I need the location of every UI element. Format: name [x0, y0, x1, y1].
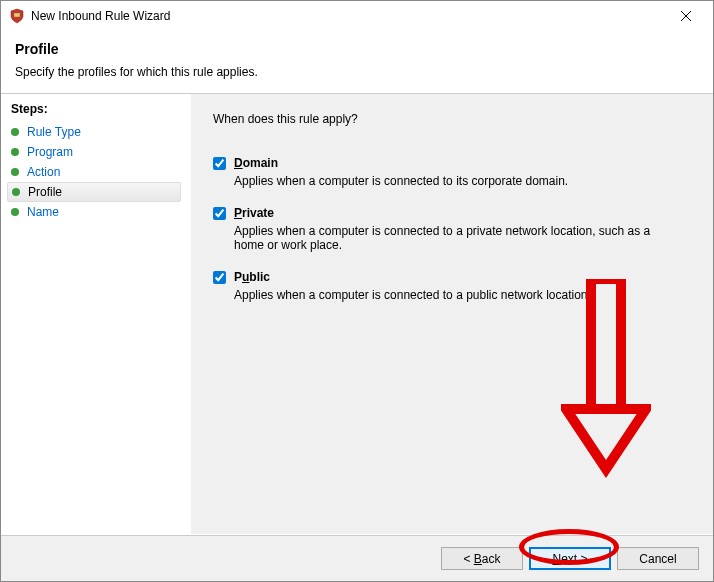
- option-domain: Domain: [213, 156, 691, 170]
- option-private: Private: [213, 206, 691, 220]
- checkbox-private[interactable]: [213, 207, 226, 220]
- step-bullet-icon: [11, 128, 19, 136]
- desc-domain: Applies when a computer is connected to …: [234, 174, 654, 188]
- cancel-button[interactable]: Cancel: [617, 547, 699, 570]
- desc-private: Applies when a computer is connected to …: [234, 224, 654, 252]
- titlebar: New Inbound Rule Wizard: [1, 1, 713, 31]
- option-public: Public: [213, 270, 691, 284]
- svg-rect-0: [14, 13, 20, 17]
- step-name[interactable]: Name: [11, 202, 181, 222]
- question-text: When does this rule apply?: [213, 112, 691, 126]
- label-public[interactable]: Public: [234, 270, 270, 284]
- close-icon: [681, 11, 691, 21]
- back-button[interactable]: < Back: [441, 547, 523, 570]
- steps-sidebar: Steps: Rule TypeProgramActionProfileName: [1, 94, 191, 534]
- checkbox-public[interactable]: [213, 271, 226, 284]
- app-icon: [9, 8, 25, 24]
- steps-heading: Steps:: [11, 102, 181, 116]
- next-button[interactable]: Next >: [529, 547, 611, 570]
- content-panel: When does this rule apply? DomainApplies…: [191, 94, 713, 534]
- wizard-header: Profile Specify the profiles for which t…: [1, 31, 713, 93]
- close-button[interactable]: [667, 2, 705, 30]
- step-label: Program: [27, 145, 73, 159]
- step-bullet-icon: [11, 208, 19, 216]
- step-program[interactable]: Program: [11, 142, 181, 162]
- desc-public: Applies when a computer is connected to …: [234, 288, 654, 302]
- step-label: Name: [27, 205, 59, 219]
- step-label: Action: [27, 165, 60, 179]
- label-private[interactable]: Private: [234, 206, 274, 220]
- step-bullet-icon: [11, 148, 19, 156]
- window-title: New Inbound Rule Wizard: [31, 9, 667, 23]
- label-domain[interactable]: Domain: [234, 156, 278, 170]
- footer-bar: < Back Next > Cancel: [1, 535, 713, 581]
- step-bullet-icon: [11, 168, 19, 176]
- page-subtitle: Specify the profiles for which this rule…: [15, 65, 699, 79]
- page-title: Profile: [15, 41, 699, 57]
- step-action[interactable]: Action: [11, 162, 181, 182]
- step-profile[interactable]: Profile: [7, 182, 181, 202]
- step-label: Rule Type: [27, 125, 81, 139]
- step-label: Profile: [28, 185, 62, 199]
- step-rule-type[interactable]: Rule Type: [11, 122, 181, 142]
- checkbox-domain[interactable]: [213, 157, 226, 170]
- step-bullet-icon: [12, 188, 20, 196]
